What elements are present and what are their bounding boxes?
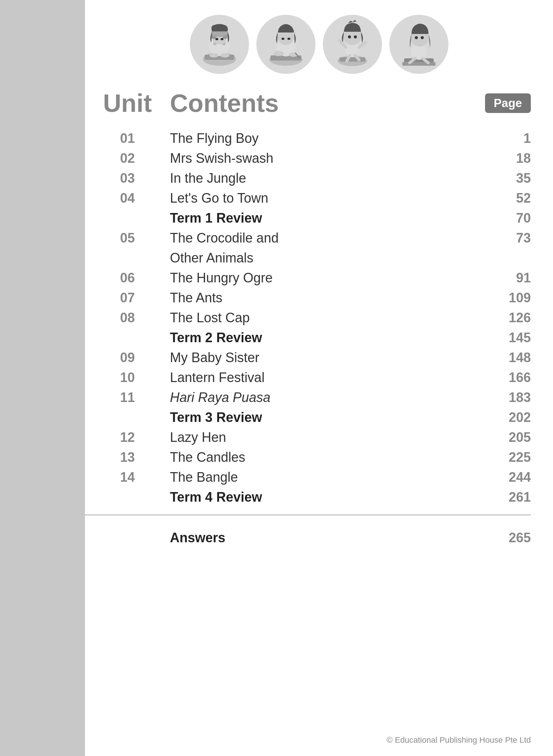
toc-title: Term 4 Review bbox=[170, 489, 501, 505]
toc-title: Lazy Hen bbox=[170, 430, 501, 445]
toc-page-number: 109 bbox=[501, 290, 531, 306]
toc-title: The Flying Boy bbox=[170, 131, 501, 146]
contents-column-header: Contents bbox=[170, 89, 485, 117]
toc-row: Term 1 Review70 bbox=[85, 208, 553, 228]
toc-row: 13The Candles225 bbox=[85, 447, 553, 467]
toc-unit-number: 05 bbox=[85, 230, 170, 246]
toc-unit-number: 04 bbox=[85, 190, 170, 206]
toc-page-number: 148 bbox=[501, 350, 531, 365]
toc-page-number: 91 bbox=[501, 270, 531, 286]
toc-row: 11Hari Raya Puasa183 bbox=[85, 388, 553, 408]
toc-page-number: 126 bbox=[501, 310, 531, 326]
toc-row: 10Lantern Festival166 bbox=[85, 368, 553, 388]
sidebar bbox=[0, 0, 85, 756]
main-content: Unit Contents Page 01The Flying Boy102Mr… bbox=[85, 0, 553, 756]
toc-title: The Hungry Ogre bbox=[170, 270, 501, 286]
toc-row: Term 2 Review145 bbox=[85, 328, 553, 348]
toc-unit-number: 09 bbox=[85, 350, 170, 365]
toc-page-number: 244 bbox=[501, 470, 531, 485]
toc-title: The Lost Cap bbox=[170, 310, 501, 326]
footer-text: © Educational Publishing House Pte Ltd bbox=[387, 735, 531, 745]
toc-page-number: 145 bbox=[501, 330, 531, 346]
svg-point-11 bbox=[209, 53, 218, 58]
toc-unit-number: 13 bbox=[85, 450, 170, 465]
toc-page-number: 261 bbox=[501, 489, 531, 505]
unit-column-header: Unit bbox=[85, 89, 170, 117]
toc-page-number: 183 bbox=[501, 390, 531, 405]
toc-title: The Ants bbox=[170, 290, 501, 306]
page-column-header: Page bbox=[485, 93, 531, 113]
toc-title: Lantern Festival bbox=[170, 370, 501, 385]
toc-title: Other Animals bbox=[170, 250, 501, 266]
toc-page-number: 70 bbox=[501, 210, 531, 226]
toc-title: Hari Raya Puasa bbox=[170, 390, 501, 405]
svg-point-12 bbox=[221, 53, 229, 58]
svg-point-19 bbox=[273, 51, 284, 56]
toc-page-number: 18 bbox=[501, 151, 531, 166]
toc-title: Term 3 Review bbox=[170, 410, 501, 425]
toc-unit-number: 03 bbox=[85, 171, 170, 186]
svg-point-36 bbox=[415, 36, 418, 39]
answers-page: 265 bbox=[501, 530, 531, 546]
svg-point-27 bbox=[354, 35, 357, 38]
toc-row: 14The Bangle244 bbox=[85, 467, 553, 487]
toc-title: My Baby Sister bbox=[170, 350, 501, 365]
toc-unit-number: 14 bbox=[85, 470, 170, 485]
toc-title: The Crocodile and bbox=[170, 230, 501, 246]
toc-row: 08The Lost Cap126 bbox=[85, 308, 553, 328]
section-divider bbox=[85, 515, 531, 515]
toc-title: Term 1 Review bbox=[170, 210, 501, 226]
toc-row: 01The Flying Boy1 bbox=[85, 128, 553, 148]
toc-row: 04Let's Go to Town52 bbox=[85, 188, 553, 208]
toc-title: Term 2 Review bbox=[170, 330, 501, 346]
toc-unit-number: 11 bbox=[85, 390, 170, 405]
toc-title: The Bangle bbox=[170, 470, 501, 485]
character-illustrations bbox=[85, 0, 553, 85]
svg-point-17 bbox=[281, 38, 284, 40]
character-3 bbox=[323, 15, 382, 74]
character-4 bbox=[389, 15, 448, 74]
character-1 bbox=[190, 15, 249, 74]
character-2 bbox=[256, 15, 315, 74]
toc-page-number: 205 bbox=[501, 430, 531, 445]
svg-point-37 bbox=[421, 36, 424, 39]
toc-page-number: 202 bbox=[501, 410, 531, 425]
toc-row: 06The Hungry Ogre91 bbox=[85, 268, 553, 288]
answers-label: Answers bbox=[170, 530, 501, 546]
table-of-contents: 01The Flying Boy102Mrs Swish-swash1803In… bbox=[85, 128, 553, 507]
svg-point-18 bbox=[287, 38, 290, 40]
toc-title: Let's Go to Town bbox=[170, 190, 501, 206]
toc-page-number: 52 bbox=[501, 190, 531, 206]
toc-unit-number: 01 bbox=[85, 131, 170, 146]
toc-title: Mrs Swish-swash bbox=[170, 151, 501, 166]
toc-row: 07The Ants109 bbox=[85, 288, 553, 308]
contents-header: Unit Contents Page bbox=[85, 85, 553, 125]
toc-row: Other Animals bbox=[85, 248, 553, 268]
svg-point-26 bbox=[348, 35, 351, 38]
svg-point-9 bbox=[215, 38, 218, 40]
toc-row: 05The Crocodile and73 bbox=[85, 228, 553, 248]
toc-row: 03In the Jungle35 bbox=[85, 168, 553, 188]
toc-page-number: 35 bbox=[501, 171, 531, 186]
svg-rect-23 bbox=[339, 57, 365, 62]
toc-page-number: 225 bbox=[501, 450, 531, 465]
toc-unit-number: 10 bbox=[85, 370, 170, 385]
toc-unit-number: 02 bbox=[85, 151, 170, 166]
toc-title: In the Jungle bbox=[170, 171, 501, 186]
footer: © Educational Publishing House Pte Ltd bbox=[387, 735, 531, 745]
toc-page-number: 1 bbox=[501, 131, 531, 146]
toc-unit-number: 07 bbox=[85, 290, 170, 306]
svg-line-29 bbox=[359, 42, 365, 47]
toc-title: The Candles bbox=[170, 450, 501, 465]
toc-row: Term 3 Review202 bbox=[85, 408, 553, 427]
svg-point-10 bbox=[221, 38, 223, 40]
toc-row: Term 4 Review261 bbox=[85, 487, 553, 507]
toc-row: 12Lazy Hen205 bbox=[85, 427, 553, 447]
toc-unit-number: 12 bbox=[85, 430, 170, 445]
svg-rect-33 bbox=[402, 62, 436, 66]
toc-unit-number: 06 bbox=[85, 270, 170, 286]
toc-row: 09My Baby Sister148 bbox=[85, 348, 553, 368]
toc-row: 02Mrs Swish-swash18 bbox=[85, 148, 553, 168]
answers-row: Answers 265 bbox=[85, 523, 553, 553]
toc-page-number: 73 bbox=[501, 230, 531, 246]
